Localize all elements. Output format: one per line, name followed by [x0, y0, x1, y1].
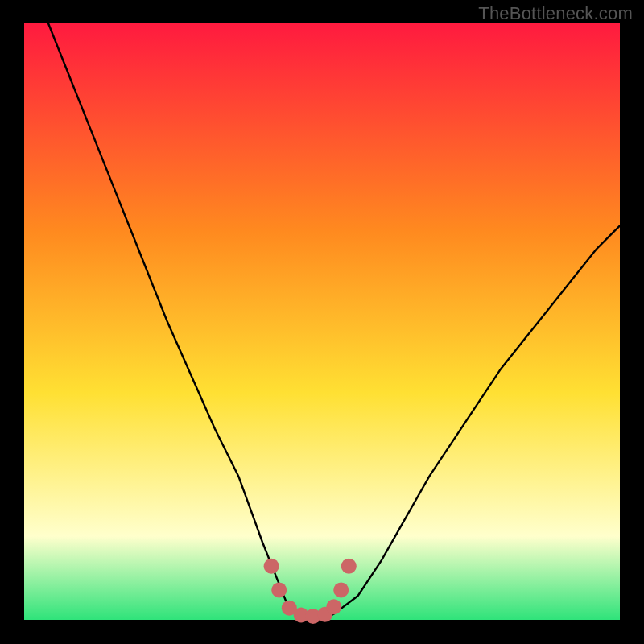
curve-dot	[264, 559, 279, 574]
bottleneck-chart	[0, 0, 644, 644]
curve-dot	[341, 559, 357, 574]
chart-frame: { "watermark": { "text": "TheBottleneck.…	[0, 0, 644, 644]
curve-dot	[271, 582, 287, 597]
plot-background	[24, 23, 620, 620]
curve-dot	[326, 599, 341, 614]
curve-dot	[333, 582, 349, 597]
watermark-text: TheBottleneck.com	[478, 3, 633, 24]
